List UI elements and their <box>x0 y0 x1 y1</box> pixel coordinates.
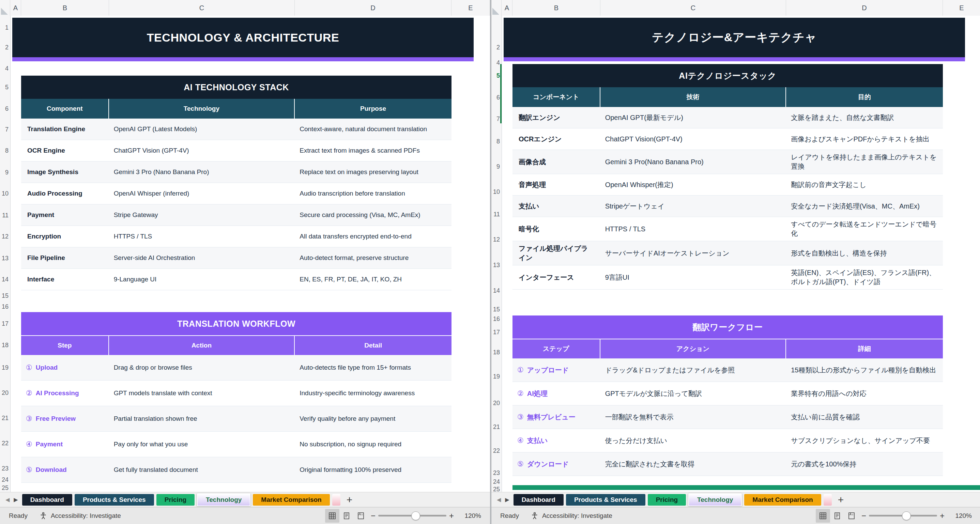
action-cell[interactable]: 完全に翻訳された文書を取得 <box>600 453 786 476</box>
sheet-tab-pricing[interactable]: Pricing <box>648 494 686 506</box>
detail-cell[interactable]: 15種類以上の形式からファイル種別を自動検出 <box>786 359 943 381</box>
select-all-corner[interactable] <box>0 0 10 16</box>
purpose-cell[interactable]: Auto-detect format, preserve structure <box>295 247 452 268</box>
row-header-20[interactable]: 20 <box>0 389 8 397</box>
table-header-cell[interactable]: Detail <box>295 335 452 355</box>
row-header-5[interactable]: 5 <box>0 83 8 91</box>
component-cell[interactable]: ファイル処理パイプライン <box>512 241 600 265</box>
row-header-8[interactable]: 8 <box>0 146 8 155</box>
component-cell[interactable]: 支払い <box>512 195 600 217</box>
purpose-cell[interactable]: 翻訳前の音声文字起こし <box>786 174 943 195</box>
column-header-C[interactable]: C <box>600 0 786 16</box>
column-header-D[interactable]: D <box>295 0 452 16</box>
component-cell[interactable]: OCR Engine <box>21 140 109 161</box>
row-header-2[interactable]: 2 <box>0 43 8 51</box>
table-header-cell[interactable]: Step <box>21 335 109 355</box>
sheet-grid[interactable]: 245678910111213141516171819202122232425 … <box>492 16 980 492</box>
row-header-6[interactable]: 6 <box>0 105 8 113</box>
page-layout-view-button[interactable] <box>830 509 845 522</box>
zoom-slider[interactable] <box>378 515 446 516</box>
row-header-1[interactable]: 1 <box>0 24 8 32</box>
component-cell[interactable]: Image Synthesis <box>21 162 109 183</box>
select-all-corner[interactable] <box>492 0 501 16</box>
step-cell[interactable]: ①アップロード <box>512 359 600 381</box>
sheet-tab-products-services[interactable]: Products & Services <box>75 494 154 506</box>
technology-cell[interactable]: OpenAI GPT (Latest Models) <box>109 119 295 140</box>
technology-cell[interactable]: HTTPS / TLS <box>600 217 786 241</box>
detail-cell[interactable]: Industry-specific terminology awareness <box>295 381 452 406</box>
zoom-slider-thumb[interactable] <box>902 511 911 520</box>
technology-cell[interactable]: Gemini 3 Pro (Nano Banana Pro) <box>109 162 295 183</box>
add-sheet-button[interactable]: + <box>838 494 844 506</box>
sheet-tab-partial[interactable] <box>824 494 832 506</box>
row-header-4[interactable]: 4 <box>492 59 500 67</box>
tab-scroll-left-icon[interactable]: ◀ <box>5 496 10 503</box>
step-cell[interactable]: ②AI処理 <box>512 382 600 405</box>
zoom-level-label[interactable]: 120% <box>952 512 972 519</box>
technology-cell[interactable]: 9-Language UI <box>109 269 295 290</box>
technology-cell[interactable]: Stripe Gateway <box>109 205 295 225</box>
detail-cell[interactable]: No subscription, no signup required <box>295 432 452 457</box>
detail-cell[interactable]: 元の書式を100%保持 <box>786 453 943 476</box>
detail-cell[interactable]: Verify quality before any payment <box>295 406 452 431</box>
add-sheet-button[interactable]: + <box>347 494 353 506</box>
tab-scroll-left-icon[interactable]: ◀ <box>497 496 501 503</box>
purpose-cell[interactable]: 画像およびスキャンPDFからテキストを抽出 <box>786 129 943 149</box>
normal-view-button[interactable] <box>325 509 339 522</box>
component-cell[interactable]: 翻訳エンジン <box>512 107 600 128</box>
sheet-tab-dashboard[interactable]: Dashboard <box>22 494 72 506</box>
accessibility-button[interactable]: Accessibility: Investigate <box>531 512 612 520</box>
step-cell[interactable]: ⑤ダウンロード <box>512 453 600 476</box>
sheet-tab-partial[interactable] <box>332 494 340 506</box>
step-cell[interactable]: ③Free Preview <box>21 406 109 431</box>
action-cell[interactable]: Pay only for what you use <box>109 432 295 457</box>
row-header-5[interactable]: 5 <box>492 71 500 80</box>
row-header-24[interactable]: 24 <box>0 476 8 484</box>
action-cell[interactable]: Get fully translated document <box>109 457 295 483</box>
purpose-cell[interactable]: EN, ES, FR, PT, DE, JA, IT, KO, ZH <box>295 269 452 290</box>
row-header-6[interactable]: 6 <box>492 93 500 102</box>
row-header-11[interactable]: 11 <box>0 211 8 219</box>
zoom-slider[interactable] <box>869 515 937 516</box>
row-header-24[interactable]: 24 <box>492 478 500 486</box>
component-cell[interactable]: 画像合成 <box>512 150 600 174</box>
row-header-4[interactable]: 4 <box>0 64 8 73</box>
detail-cell[interactable]: Auto-detects file type from 15+ formats <box>295 355 452 380</box>
row-header-7[interactable]: 7 <box>492 115 500 123</box>
sheet-title-cell[interactable]: テクノロジー&アーキテクチャ <box>504 18 965 57</box>
row-header-22[interactable]: 22 <box>492 447 500 455</box>
sheet-tab-technology[interactable]: Technology <box>688 493 742 506</box>
purpose-cell[interactable]: すべてのデータ転送をエンドツーエンドで暗号化 <box>786 217 943 241</box>
row-header-21[interactable]: 21 <box>492 423 500 431</box>
step-cell[interactable]: ③無料プレビュー <box>512 405 600 429</box>
purpose-cell[interactable]: 英語(EN)、スペイン語(ES)、フランス語(FR)、ポルトガル語(PT)、ドイ… <box>786 265 943 289</box>
table-header-cell[interactable]: アクション <box>600 339 786 359</box>
action-cell[interactable]: ドラッグ&ドロップまたはファイルを参照 <box>600 359 786 381</box>
row-header-9[interactable]: 9 <box>0 168 8 176</box>
row-header-2[interactable]: 2 <box>492 43 500 51</box>
row-header-25[interactable]: 25 <box>0 484 8 492</box>
tab-scroll-right-icon[interactable]: ▶ <box>14 496 18 503</box>
row-header-23[interactable]: 23 <box>0 464 8 473</box>
tab-scroll-right-icon[interactable]: ▶ <box>505 496 509 503</box>
row-header-16[interactable]: 16 <box>0 303 8 311</box>
column-header-A[interactable]: A <box>10 0 21 16</box>
detail-cell[interactable]: 支払い前に品質を確認 <box>786 405 943 429</box>
row-header-19[interactable]: 19 <box>492 372 500 381</box>
zoom-slider-thumb[interactable] <box>411 511 420 520</box>
step-cell[interactable]: ①Upload <box>21 355 109 380</box>
technology-cell[interactable]: サーバーサイドAIオーケストレーション <box>600 241 786 265</box>
action-cell[interactable]: Partial translation shown free <box>109 406 295 431</box>
purpose-cell[interactable]: Context-aware, natural document translat… <box>295 119 452 140</box>
row-header-20[interactable]: 20 <box>492 399 500 407</box>
technology-cell[interactable]: ChatGPT Vision (GPT-4V) <box>109 140 295 161</box>
technology-cell[interactable]: Stripeゲートウェイ <box>600 195 786 217</box>
action-cell[interactable]: GPTモデルが文脈に沿って翻訳 <box>600 382 786 405</box>
table-header-cell[interactable]: Component <box>21 99 109 119</box>
accessibility-button[interactable]: Accessibility: Investigate <box>39 512 121 520</box>
row-header-10[interactable]: 10 <box>0 189 8 198</box>
component-cell[interactable]: OCRエンジン <box>512 129 600 149</box>
table-header-cell[interactable]: 技術 <box>600 87 786 107</box>
zoom-level-label[interactable]: 120% <box>461 512 481 519</box>
row-header-23[interactable]: 23 <box>492 469 500 477</box>
